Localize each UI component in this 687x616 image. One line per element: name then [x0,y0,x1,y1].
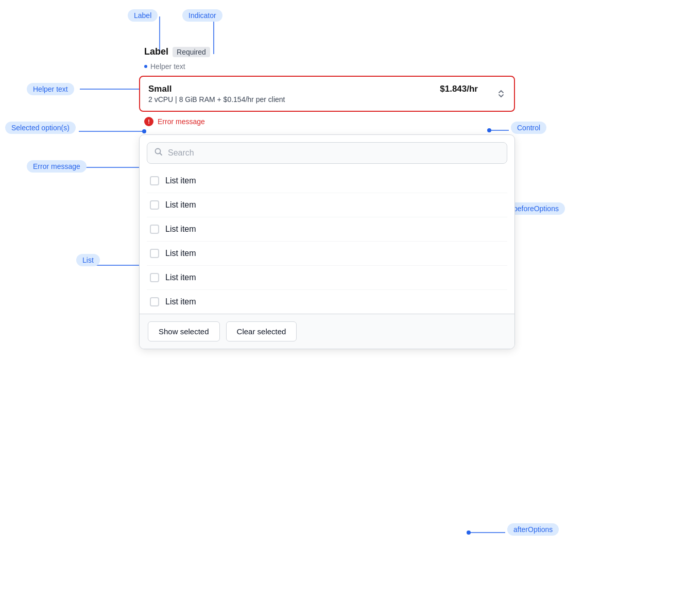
error-text: Error message [158,117,205,126]
list-item[interactable]: List item [147,169,507,193]
select-box[interactable]: Small $1.843/hr 2 vCPU | 8 GiB RAM + $0.… [139,76,515,112]
list-item-label-2: List item [165,200,196,210]
control-annotation-bubble: Control [511,122,546,134]
main-container: Label Indicator Helper text Selected opt… [0,0,687,616]
after-options-annotation-bubble: afterOptions [507,523,559,536]
error-icon: ! [144,117,153,126]
error-message-annotation-bubble: Error message [27,160,87,173]
helper-dot [144,65,147,68]
list-item-label-4: List item [165,249,196,258]
form-label: Label [144,46,168,57]
list-item-checkbox-3[interactable] [150,225,159,234]
search-icon [154,148,163,158]
svg-point-15 [467,531,471,535]
indicator-annotation-bubble: Indicator [182,9,222,22]
list-item-label-6: List item [165,297,196,306]
list-item[interactable]: List item [147,217,507,242]
select-main-line: Small $1.843/hr [148,84,478,94]
control-chevron [496,89,506,98]
list-item-checkbox-2[interactable] [150,200,159,210]
selected-options-annotation-bubble: Selected option(s) [5,122,76,134]
list-item[interactable]: List item [147,193,507,217]
required-badge: Required [173,47,210,57]
list-item[interactable]: List item [147,242,507,266]
list-item-label-5: List item [165,273,196,282]
search-box[interactable]: Search [147,142,507,164]
helper-text-value: Helper text [150,62,185,71]
helper-text-annotation-bubble: Helper text [27,83,74,95]
dropdown-panel: Search List item List item List item [139,134,515,349]
select-sub: 2 vCPU | 8 GiB RAM + $0.154/hr per clien… [148,95,478,104]
search-placeholder: Search [168,148,500,158]
list-item[interactable]: List item [147,266,507,290]
label-row: Label Required [139,46,515,57]
svg-line-17 [160,153,162,156]
error-row: ! Error message [139,117,515,126]
list-item[interactable]: List item [147,290,507,314]
list-item-checkbox-1[interactable] [150,176,159,185]
list-item-label-3: List item [165,225,196,234]
list-annotation-bubble: List [76,254,100,266]
list-item-checkbox-5[interactable] [150,273,159,282]
list-item-checkbox-4[interactable] [150,249,159,258]
select-price: $1.843/hr [440,84,478,94]
label-annotation-bubble: Label [128,9,158,22]
clear-selected-button[interactable]: Clear selected [226,321,297,341]
list-item-checkbox-6[interactable] [150,297,159,306]
helper-text-row: Helper text [139,62,515,71]
list-item-label-1: List item [165,176,196,185]
select-name: Small [148,84,171,94]
search-area: Search [140,135,514,169]
list-items: List item List item List item List item … [140,169,514,314]
select-content: Small $1.843/hr 2 vCPU | 8 GiB RAM + $0.… [148,84,478,104]
show-selected-button[interactable]: Show selected [148,321,220,341]
dropdown-footer: Show selected Clear selected [140,314,514,349]
form-area: Label Required Helper text Small $1.843/… [139,46,515,349]
before-options-annotation-bubble: beforeOptions [507,202,565,215]
